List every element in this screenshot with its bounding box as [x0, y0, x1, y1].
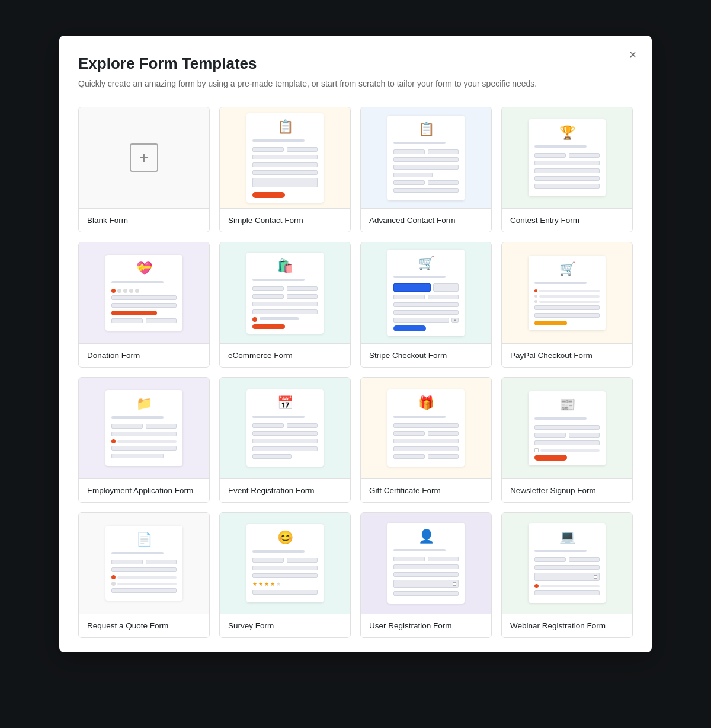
user-icon: 👤	[393, 529, 459, 544]
template-card-webinar[interactable]: 💻 Webinar	[501, 512, 633, 638]
template-label-blank: Blank Form	[79, 208, 209, 232]
template-card-event[interactable]: 📅 Event Registration Form	[219, 377, 351, 503]
survey-icon: 😊	[252, 530, 318, 545]
template-label-paypal: PayPal Checkout Form	[502, 343, 632, 367]
template-card-quote[interactable]: 📄	[78, 512, 210, 638]
newsletter-icon: 📰	[534, 397, 600, 413]
modal-title: Explore Form Templates	[78, 55, 633, 73]
webinar-icon: 💻	[534, 529, 600, 545]
template-label-newsletter: Newsletter Signup Form	[502, 478, 632, 502]
template-card-gift[interactable]: 🎁 Gift Certificate Form	[360, 377, 492, 503]
user-registration-preview: 👤	[361, 513, 491, 614]
gift-icon: 🎁	[393, 395, 459, 411]
form-icon: 📋	[393, 122, 459, 137]
gift-preview: 🎁	[361, 378, 491, 478]
quote-icon: 📄	[111, 532, 177, 547]
template-card-blank[interactable]: + Blank Form	[78, 107, 210, 232]
template-card-paypal[interactable]: 🛒	[501, 242, 633, 368]
template-label-employment: Employment Application Form	[79, 478, 209, 502]
shop-icon: 🛍️	[252, 258, 318, 274]
contest-entry-preview: 🏆	[502, 107, 632, 208]
template-card-advanced-contact[interactable]: 📋 Advanced Contact Form	[360, 107, 492, 232]
advanced-contact-preview: 📋	[361, 107, 491, 208]
trophy-icon: 🏆	[534, 125, 600, 141]
template-card-simple-contact[interactable]: 📋 Simple Contact Form	[219, 107, 351, 232]
paypal-icon: 🛒	[534, 261, 600, 277]
blank-preview: +	[79, 107, 209, 208]
template-label-stripe: Stripe Checkout Form	[361, 343, 491, 367]
simple-contact-preview: 📋	[220, 107, 350, 208]
template-card-ecommerce[interactable]: 🛍️ eCommerce Form	[219, 242, 351, 368]
template-card-donation[interactable]: 💝	[78, 242, 210, 368]
template-card-user-registration[interactable]: 👤 User Registration Form	[360, 512, 492, 638]
heart-icon: 💝	[111, 261, 177, 276]
stripe-preview: 🛒 ▼	[361, 242, 491, 343]
template-card-contest-entry[interactable]: 🏆 Contest Entry Form	[501, 107, 633, 232]
close-button[interactable]: ×	[623, 45, 642, 64]
template-card-newsletter[interactable]: 📰 Newsletter Signup Form	[501, 377, 633, 503]
modal-overlay: × Explore Form Templates Quickly create …	[0, 0, 711, 728]
template-label-donation: Donation Form	[79, 343, 209, 367]
templates-grid: + Blank Form 📋	[78, 107, 633, 638]
employment-icon: 📁	[111, 396, 177, 411]
template-label-webinar: Webinar Registration Form	[502, 614, 632, 637]
template-label-quote: Request a Quote Form	[79, 614, 209, 637]
webinar-preview: 💻	[502, 513, 632, 614]
form-icon: 📋	[252, 119, 318, 135]
event-preview: 📅	[220, 378, 350, 478]
add-icon: +	[130, 143, 158, 172]
template-label-advanced-contact: Advanced Contact Form	[361, 208, 491, 232]
template-card-stripe[interactable]: 🛒 ▼	[360, 242, 492, 368]
template-label-event: Event Registration Form	[220, 478, 350, 502]
survey-preview: 😊 ★ ★ ★ ★ ★	[220, 513, 350, 614]
template-label-survey: Survey Form	[220, 614, 350, 637]
employment-preview: 📁	[79, 378, 209, 478]
template-label-simple-contact: Simple Contact Form	[220, 208, 350, 232]
quote-preview: 📄	[79, 513, 209, 614]
template-card-survey[interactable]: 😊 ★ ★ ★ ★ ★	[219, 512, 351, 638]
template-label-gift: Gift Certificate Form	[361, 478, 491, 502]
modal-container: × Explore Form Templates Quickly create …	[59, 36, 652, 652]
template-label-user-registration: User Registration Form	[361, 614, 491, 637]
template-label-ecommerce: eCommerce Form	[220, 343, 350, 367]
modal-subtitle: Quickly create an amazing form by using …	[78, 78, 633, 90]
newsletter-preview: 📰	[502, 378, 632, 478]
calendar-icon: 📅	[252, 395, 318, 411]
template-label-contest-entry: Contest Entry Form	[502, 208, 632, 232]
template-card-employment[interactable]: 📁 Employment Application Form	[78, 377, 210, 503]
donation-preview: 💝	[79, 242, 209, 343]
stripe-icon: 🛒	[393, 256, 459, 271]
paypal-preview: 🛒	[502, 242, 632, 343]
ecommerce-preview: 🛍️	[220, 242, 350, 343]
